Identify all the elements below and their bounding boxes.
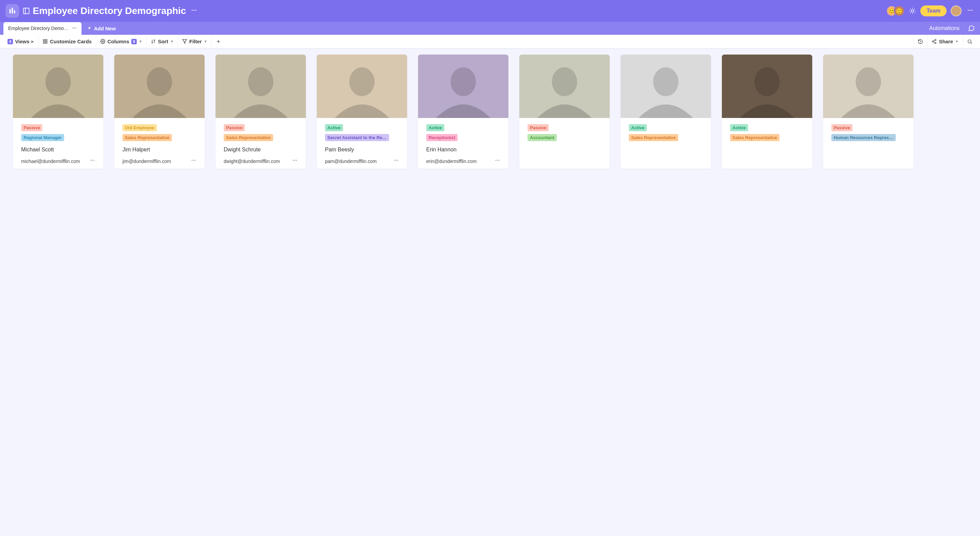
share-icon <box>932 39 937 44</box>
add-tool-button[interactable] <box>212 35 225 48</box>
card-footer: pam@dundermifflin.com <box>325 157 399 165</box>
employee-card[interactable]: Active Secret Assistant to the Re… Pam B… <box>317 54 407 169</box>
svg-point-68 <box>552 67 577 96</box>
employee-name: Michael Scott <box>21 146 95 153</box>
role-tag: Secret Assistant to the Re… <box>325 134 389 141</box>
svg-point-45 <box>92 160 93 161</box>
page-title-wrap: Employee Directory Demographic <box>22 5 186 16</box>
search-button[interactable] <box>963 35 977 48</box>
card-more-icon[interactable] <box>393 157 399 165</box>
automations-button[interactable]: Automations <box>929 25 959 31</box>
employee-photo <box>13 54 103 118</box>
history-icon <box>918 39 923 45</box>
svg-point-74 <box>856 67 881 96</box>
employee-photo <box>114 54 205 118</box>
svg-line-41 <box>971 43 972 44</box>
employee-card[interactable]: Passive Regional Manager Michael Scott m… <box>13 54 103 169</box>
filter-button[interactable]: Filter ▼ <box>178 35 212 48</box>
sort-icon <box>151 39 156 44</box>
employee-photo <box>722 54 812 118</box>
svg-point-61 <box>397 160 398 161</box>
user-avatar[interactable] <box>951 5 962 16</box>
employee-photo <box>418 54 508 118</box>
views-badge: 9 <box>8 39 13 45</box>
app-logo[interactable] <box>5 4 19 18</box>
svg-point-63 <box>450 67 476 96</box>
card-body: Passive Accountant <box>519 118 610 148</box>
card-more-icon[interactable] <box>191 157 196 165</box>
svg-point-65 <box>497 160 498 161</box>
svg-point-22 <box>75 27 76 28</box>
team-button[interactable]: Team <box>920 5 947 16</box>
sort-button[interactable]: Sort ▼ <box>146 35 178 48</box>
employee-name: Pam Beesly <box>325 146 399 153</box>
card-grid: Passive Regional Manager Michael Scott m… <box>0 48 980 175</box>
role-tag: Regional Manager <box>21 134 64 141</box>
svg-marker-30 <box>183 40 187 43</box>
employee-photo <box>215 54 306 118</box>
status-tag: Passive <box>21 124 42 131</box>
svg-point-54 <box>293 160 294 161</box>
employee-card[interactable]: Active Sales Representative <box>620 54 711 169</box>
employee-card[interactable]: Passive Human Resources Repres… <box>823 54 913 169</box>
svg-point-58 <box>349 67 374 96</box>
card-body: Active Sales Representative <box>722 118 812 148</box>
svg-point-19 <box>972 10 972 11</box>
history-button[interactable] <box>913 35 928 48</box>
card-body: Active Secret Assistant to the Re… Pam B… <box>317 118 407 169</box>
svg-point-40 <box>968 40 971 43</box>
employee-card[interactable]: Active Receptionist Erin Hannon erin@dun… <box>418 54 508 169</box>
grid-icon <box>43 39 48 44</box>
card-more-icon[interactable] <box>90 157 95 165</box>
svg-point-7 <box>195 10 196 11</box>
tab-current[interactable]: Employee Directory Demo… <box>3 22 81 35</box>
employee-name: Dwight Schrute <box>224 146 298 153</box>
columns-badge: 9 <box>131 39 137 45</box>
card-body: Passive Sales Representative Dwight Schr… <box>215 118 306 169</box>
svg-line-39 <box>934 41 935 43</box>
role-tag: Human Resources Repres… <box>831 134 896 141</box>
presence-avatars[interactable]: 🙂 🙂 <box>886 5 905 16</box>
columns-button[interactable]: Columns 9 ▼ <box>96 35 146 48</box>
card-more-icon[interactable] <box>495 157 500 165</box>
svg-point-20 <box>73 27 73 28</box>
svg-point-6 <box>193 10 194 11</box>
employee-card[interactable]: Active Sales Representative <box>722 54 812 169</box>
card-more-icon[interactable] <box>292 157 298 165</box>
svg-line-38 <box>934 40 935 41</box>
views-button[interactable]: 9 Views ▶ <box>3 35 38 48</box>
header-more-icon[interactable] <box>966 6 975 16</box>
svg-rect-28 <box>46 42 47 43</box>
employee-name: Jim Halpert <box>123 146 196 153</box>
svg-point-43 <box>45 67 71 96</box>
filter-icon <box>182 39 187 44</box>
employee-card[interactable]: Passive Sales Representative Dwight Schr… <box>215 54 306 169</box>
employee-email: michael@dundermifflin.com <box>21 159 80 164</box>
role-tag: Receptionist <box>426 134 458 141</box>
employee-card[interactable]: Passive Accountant <box>519 54 610 169</box>
svg-point-66 <box>498 160 500 161</box>
add-new-label: Add New <box>94 25 116 31</box>
role-tag: Sales Representative <box>224 134 273 141</box>
customize-label: Customize Cards <box>50 38 92 45</box>
employee-card[interactable]: Old Employee Sales Representative Jim Ha… <box>114 54 205 169</box>
svg-point-48 <box>146 67 172 96</box>
share-button[interactable]: Share ▼ <box>928 35 963 48</box>
plus-icon <box>87 25 92 31</box>
customize-cards-button[interactable]: Customize Cards <box>38 35 96 48</box>
svg-line-11 <box>910 8 911 9</box>
svg-rect-0 <box>10 9 11 14</box>
sun-theme-icon[interactable] <box>909 7 916 15</box>
tab-more-icon[interactable] <box>72 25 77 32</box>
title-more-icon[interactable] <box>189 6 199 16</box>
svg-point-72 <box>754 67 780 96</box>
chevron-down-icon: ▼ <box>955 40 959 43</box>
status-tag: Passive <box>528 124 549 131</box>
svg-point-17 <box>968 10 969 11</box>
add-new-button[interactable]: Add New <box>85 25 118 31</box>
employee-email: dwight@dundermifflin.com <box>224 159 280 164</box>
board-icon <box>22 7 30 15</box>
chat-icon[interactable] <box>966 23 977 33</box>
svg-point-21 <box>74 27 75 28</box>
employee-photo <box>317 54 407 118</box>
